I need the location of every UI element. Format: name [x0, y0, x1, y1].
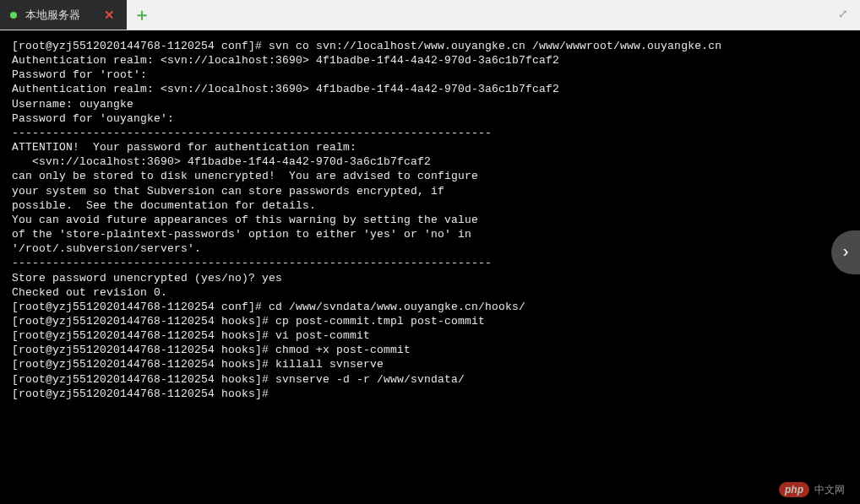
terminal-line: ----------------------------------------… — [12, 256, 848, 270]
terminal-line: Password for 'ouyangke': — [12, 111, 848, 126]
terminal-output[interactable]: [root@yzj5512020144768-1120254 conf]# sv… — [0, 30, 860, 504]
tab-bar: 本地服务器 ✕ ＋ — [0, 0, 860, 30]
tab-active[interactable]: 本地服务器 ✕ — [0, 0, 127, 30]
terminal-line: ATTENTION! Your password for authenticat… — [12, 140, 848, 154]
close-tab-icon[interactable]: ✕ — [104, 8, 115, 23]
terminal-line: [root@yzj5512020144768-1120254 conf]# sv… — [12, 39, 848, 53]
terminal-line: [root@yzj5512020144768-1120254 hooks]# v… — [12, 328, 848, 343]
terminal-line: [root@yzj5512020144768-1120254 hooks]# c… — [12, 343, 848, 357]
terminal-line: [root@yzj5512020144768-1120254 conf]# cd… — [12, 300, 848, 314]
terminal-line: [root@yzj5512020144768-1120254 hooks]# — [12, 387, 848, 401]
terminal-line: Username: ouyangke — [12, 97, 848, 111]
terminal-line: You can avoid future appearances of this… — [12, 213, 848, 227]
terminal-line: Checked out revision 0. — [12, 285, 848, 300]
terminal-line: Authentication realm: <svn://localhost:3… — [12, 82, 848, 96]
terminal-line: [root@yzj5512020144768-1120254 hooks]# s… — [12, 372, 848, 387]
fullscreen-icon[interactable]: ⤢ — [838, 7, 848, 21]
terminal-line: Password for 'root': — [12, 68, 848, 82]
terminal-line: possible. See the documentation for deta… — [12, 198, 848, 213]
tab-label: 本地服务器 — [25, 8, 80, 23]
terminal-line: your system so that Subversion can store… — [12, 184, 848, 198]
terminal-line: Store password unencrypted (yes/no)? yes — [12, 271, 848, 285]
terminal-line: ----------------------------------------… — [12, 126, 848, 140]
add-tab-button[interactable]: ＋ — [127, 0, 157, 30]
terminal-line: Authentication realm: <svn://localhost:3… — [12, 53, 848, 68]
terminal-line: [root@yzj5512020144768-1120254 hooks]# k… — [12, 357, 848, 371]
watermark-badge: php — [779, 482, 809, 497]
status-dot-icon — [10, 12, 17, 19]
watermark: php 中文网 — [779, 482, 845, 497]
terminal-line: <svn://localhost:3690> 4f1badbe-1f44-4a4… — [12, 154, 848, 169]
watermark-text: 中文网 — [814, 483, 845, 497]
terminal-line: '/root/.subversion/servers'. — [12, 241, 848, 256]
terminal-line: can only be stored to disk unencrypted! … — [12, 169, 848, 183]
terminal-line: of the 'store-plaintext-passwords' optio… — [12, 227, 848, 241]
terminal-line: [root@yzj5512020144768-1120254 hooks]# c… — [12, 314, 848, 328]
